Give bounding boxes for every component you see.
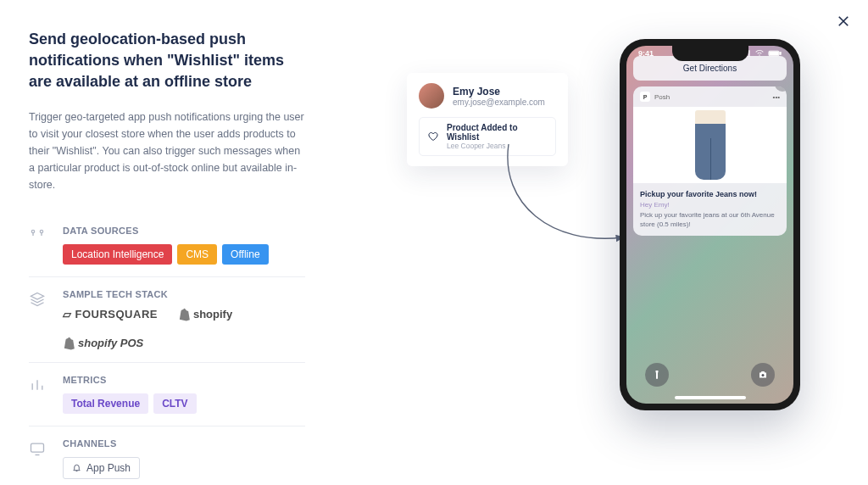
section-label: CHANNELS <box>63 438 305 449</box>
metrics-icon <box>29 375 47 414</box>
svg-point-10 <box>762 374 765 376</box>
section-label: METRICS <box>63 375 305 385</box>
avatar <box>419 83 444 109</box>
tech-stack-icon <box>29 289 47 350</box>
notification-image <box>633 107 787 183</box>
section-label: SAMPLE TECH STACK <box>63 289 305 299</box>
notif-menu-icon[interactable]: ••• <box>773 93 780 101</box>
user-card: Emy Jose emy.jose@example.com Product Ad… <box>407 73 568 166</box>
phone-time: 9:41 <box>638 49 654 58</box>
camera-icon[interactable] <box>751 363 775 387</box>
wishlist-event: Product Added to Wishlist Lee Cooper Jea… <box>419 117 556 156</box>
badge-cms: CMS <box>177 244 217 265</box>
notification-text: Pick up your favorite jeans at our 6th A… <box>640 210 780 229</box>
bell-icon <box>72 463 81 472</box>
battery-icon <box>768 50 782 57</box>
app-icon: P <box>640 92 650 102</box>
badge-location-intelligence: Location Intelligence <box>63 244 172 265</box>
svg-point-1 <box>40 230 42 232</box>
svg-point-0 <box>31 230 34 232</box>
logo-shopify: shopify <box>178 308 232 321</box>
svg-rect-9 <box>780 53 781 55</box>
phone-mockup: 9:41 ✕ P Posh ••• <box>620 39 800 410</box>
user-name: Emy Jose <box>453 86 545 98</box>
badge-app-push: App Push <box>63 457 140 479</box>
svg-rect-8 <box>769 52 778 55</box>
notification-greeting: Hey Emy! <box>640 201 780 209</box>
preview-panel: Emy Jose emy.jose@example.com Product Ad… <box>339 0 868 485</box>
svg-rect-6 <box>748 50 750 57</box>
section-label: DATA SOURCES <box>63 226 305 236</box>
logo-shopify-pos: shopify POS <box>63 337 143 350</box>
wifi-icon <box>754 50 765 57</box>
notification-title: Pickup your favorite Jeans now! <box>640 190 780 198</box>
notification-card[interactable]: ✕ P Posh ••• Pickup your favorite Jeans … <box>633 86 787 236</box>
svg-rect-2 <box>31 443 44 452</box>
badge-cltv: CLTV <box>153 393 196 414</box>
badge-total-revenue: Total Revenue <box>63 393 148 414</box>
section-channels: CHANNELS App Push <box>29 426 305 485</box>
page-description: Trigger geo-targeted app push notificati… <box>29 109 305 193</box>
heart-icon <box>426 130 440 143</box>
section-data-sources: DATA SOURCES Location Intelligence CMS O… <box>29 214 305 277</box>
user-email: emy.jose@example.com <box>453 98 545 107</box>
badge-offline: Offline <box>222 244 268 265</box>
section-tech-stack: SAMPLE TECH STACK ▱ FOURSQUARE shopify s… <box>29 277 305 363</box>
app-name: Posh <box>654 93 670 101</box>
event-title: Product Added to Wishlist <box>447 123 548 142</box>
event-subtitle: Lee Cooper Jeans <box>447 142 548 150</box>
data-sources-icon <box>29 226 47 265</box>
home-indicator[interactable] <box>675 396 746 399</box>
close-icon <box>836 14 851 29</box>
logo-foursquare: ▱ FOURSQUARE <box>63 308 158 321</box>
phone-notch <box>672 46 748 61</box>
channels-icon <box>29 438 47 479</box>
section-metrics: METRICS Total Revenue CLTV <box>29 363 305 426</box>
close-button[interactable] <box>834 12 853 31</box>
details-panel: Send geolocation-based push notification… <box>0 0 339 485</box>
page-title: Send geolocation-based push notification… <box>29 29 305 93</box>
flashlight-icon[interactable] <box>645 363 669 387</box>
